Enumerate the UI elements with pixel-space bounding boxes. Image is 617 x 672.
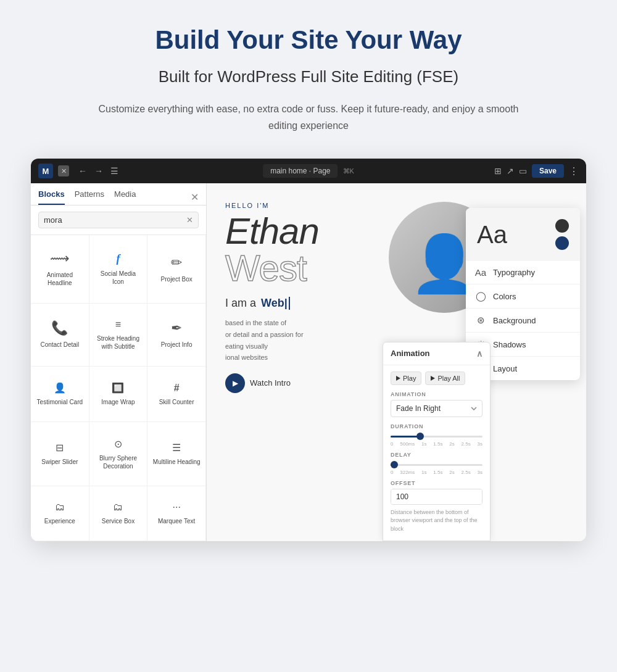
block-label: Animated Headline [36,271,84,287]
offset-description: Distance between the bottom of browser v… [383,505,490,534]
delay-slider-thumb[interactable] [391,461,398,468]
block-item-marquee[interactable]: ··· Marquee Text [147,486,206,541]
block-item-testimonial[interactable]: 👤 Testimonial Card [31,367,89,422]
more-options-button[interactable]: ⋮ [569,165,579,177]
layout-label: Layout [493,364,517,373]
page-wrapper: Build Your Site Your Way Built for WordP… [12,25,605,541]
delay-slider-labels: 0 322ms 1s 1.5s 2s 2.5s 3s [391,470,482,475]
style-item-background[interactable]: ⊛ Background [466,309,580,333]
style-panel-preview: Aa [466,208,580,261]
top-bar-center: main home · Page ⌘K [263,164,354,178]
tab-patterns[interactable]: Patterns [75,189,104,205]
search-clear-button[interactable]: ✕ [186,215,193,225]
dot-dark [555,219,569,233]
save-button[interactable]: Save [532,164,564,178]
ui-mockup: M ✕ ← → ☰ main home · Page ⌘K ⊞ ↗ ▭ Save… [31,159,586,541]
block-item-service-box[interactable]: 🗂 Service Box [89,486,148,541]
animation-play-buttons: Play Play All [383,365,490,391]
website-preview: HELLO I'M Ethan West I am a Web| based i… [207,183,586,541]
block-grid: ⟿ Animated Headline f Social Media Icon … [31,235,206,541]
play-button[interactable]: ▶ [225,373,245,393]
block-label: Service Box [102,517,135,525]
block-item-skill-counter[interactable]: # Skill Counter [147,367,206,422]
animation-collapse-button[interactable]: ∧ [476,349,482,359]
hero-section: Build Your Site Your Way Built for WordP… [93,25,524,134]
duration-slider-thumb[interactable] [416,433,424,440]
tab-blocks[interactable]: Blocks [38,189,65,205]
offset-input-wrap: PX [383,489,490,505]
search-input-wrap: ✕ [38,212,199,228]
contact-icon: 📞 [51,320,68,336]
external-link-icon[interactable]: ↗ [507,166,514,176]
view-icon[interactable]: ⊞ [494,166,502,176]
duration-slider-wrap: 0 500ms 1s 1.5s 2s 2.5s 3s [383,436,490,447]
play-label: Play [403,375,416,382]
tab-media[interactable]: Media [114,189,136,205]
style-item-typography[interactable]: Aa Typography [466,261,580,284]
offset-input[interactable] [391,489,482,504]
block-item-multiline[interactable]: ☰ Multiline Heading [147,422,206,486]
play-triangle-icon [396,376,400,381]
duration-slider-fill [391,436,418,438]
play-button[interactable]: Play [391,371,421,385]
duration-slider-labels: 0 500ms 1s 1.5s 2s 2.5s 3s [391,441,482,447]
delay-label: DELAY [383,452,490,460]
animation-select-wrap: Fade In Right Fade Right Fade Left Fade … [383,400,490,417]
project-box-icon: ✏ [171,255,182,271]
block-item-blurry-sphere[interactable]: ⊙ Blurry Sphere Decoration [89,422,148,486]
style-item-colors[interactable]: ◯ Colors [466,284,580,309]
service-box-icon: 🗂 [113,502,123,513]
duration-label: DURATION [383,423,490,432]
block-item-animated-headline[interactable]: ⟿ Animated Headline [31,235,89,303]
block-label: Skill Counter [159,398,194,406]
block-item-social-media[interactable]: f Social Media Icon [89,235,148,303]
block-item-swiper[interactable]: ⊟ Swiper Slider [31,422,89,486]
tagline-prefix: I am a [225,297,256,310]
colors-label: Colors [493,292,516,301]
social-media-icon: f [116,252,120,265]
block-item-experience[interactable]: 🗂 Experience [31,486,89,541]
marquee-icon: ··· [172,502,180,513]
hero-description: Customize everything with ease, no extra… [93,101,524,134]
offset-label: OFFSET [383,480,490,489]
background-label: Background [493,316,536,325]
undo-button[interactable]: ← [77,166,89,176]
testimonial-icon: 👤 [54,382,66,394]
main-content: Blocks Patterns Media ✕ ✕ ⟿ Animated Hea… [31,183,586,541]
block-item-contact[interactable]: 📞 Contact Detail [31,304,89,367]
project-info-icon: ✒ [171,320,182,336]
block-label: Multiline Heading [153,458,201,466]
block-item-image-wrap[interactable]: 🔲 Image Wrap [89,367,148,422]
block-item-project-info[interactable]: ✒ Project Info [147,304,206,367]
hero-subtitle: Built for WordPress Full Site Editing (F… [93,65,524,88]
app-logo: M [38,164,53,178]
redo-button[interactable]: → [93,166,105,176]
swiper-icon: ⊟ [56,442,64,454]
animation-select[interactable]: Fade In Right Fade Right Fade Left Fade … [391,400,482,417]
top-bar-right: ⊞ ↗ ▭ Save ⋮ [494,164,579,178]
shortcut-badge: ⌘K [343,167,354,175]
color-dots [555,219,569,250]
duration-slider-track[interactable] [391,436,482,438]
tablet-icon[interactable]: ▭ [519,166,527,176]
block-item-stroke-heading[interactable]: ≡ Stroke Heading with Subtitle [89,304,148,367]
block-label: Stroke Heading with Subtitle [94,334,143,351]
sidebar-close-button[interactable]: ✕ [191,191,199,203]
delay-slider-track[interactable] [391,464,482,466]
animated-headline-icon: ⟿ [50,251,70,267]
close-button[interactable]: ✕ [58,165,69,176]
block-label: Blurry Sphere Decoration [94,454,143,470]
block-label: Marquee Text [158,517,195,525]
block-label: Project Info [161,341,193,349]
list-view-button[interactable]: ☰ [109,166,120,176]
dot-blue [555,236,569,250]
animation-panel-title: Animation [391,349,430,358]
block-item-project-box[interactable]: ✏ Project Box [147,235,206,303]
top-bar: M ✕ ← → ☰ main home · Page ⌘K ⊞ ↗ ▭ Save… [31,159,586,183]
search-input[interactable] [44,215,186,225]
aa-label: Aa [477,221,507,249]
block-label: Project Box [161,275,193,283]
play-all-button[interactable]: Play All [425,371,465,385]
animation-section-label: ANIMATION [383,391,490,400]
preview-description: based in the state of or detail and a pa… [225,317,379,363]
